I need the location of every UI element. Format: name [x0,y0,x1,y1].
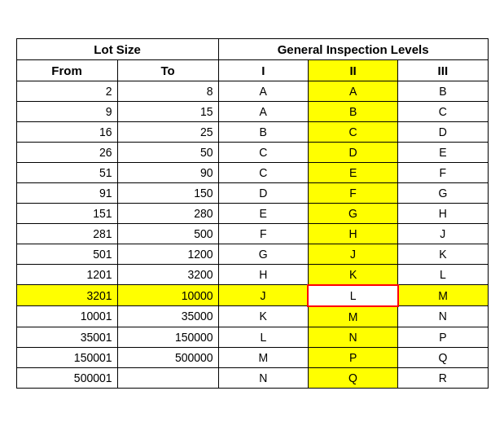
cell-from: 35001 [16,327,117,347]
cell-level-ii: E [308,162,397,182]
cell-level-iii: L [398,264,488,285]
cell-level-i: C [218,142,308,162]
cell-level-i: A [218,101,308,121]
table-row: 500001NQR [16,367,488,388]
cell-level-ii: F [308,182,397,203]
cell-to [117,367,218,388]
cell-from: 501 [16,244,117,264]
cell-from: 10001 [16,306,117,327]
cell-to: 90 [117,162,218,182]
cell-level-ii: A [308,81,397,101]
table-row: 28AAB [16,81,488,101]
table-row: 2650CDE [16,142,488,162]
cell-level-ii: D [308,142,397,162]
cell-to: 280 [117,203,218,223]
cell-level-i: E [218,203,308,223]
cell-to: 8 [117,81,218,101]
cell-from: 500001 [16,367,117,388]
cell-to: 25 [117,121,218,142]
cell-to: 10000 [117,285,218,306]
table-row: 1000135000KMN [16,306,488,327]
cell-to: 500000 [117,347,218,367]
cell-level-i: H [218,264,308,285]
cell-level-iii: E [398,142,488,162]
cell-level-iii: G [398,182,488,203]
cell-to: 150 [117,182,218,203]
table-row: 1625BCD [16,121,488,142]
cell-level-iii: N [398,306,488,327]
cell-to: 3200 [117,264,218,285]
cell-level-i: L [218,327,308,347]
cell-level-iii: C [398,101,488,121]
cell-from: 91 [16,182,117,203]
col-header-from: From [16,59,117,81]
table-row: 12013200HKL [16,264,488,285]
cell-to: 35000 [117,306,218,327]
cell-level-i: C [218,162,308,182]
cell-level-i: A [218,81,308,101]
cell-level-ii: K [308,264,397,285]
table-row: 5190CEF [16,162,488,182]
main-container: Lot Size General Inspection Levels From … [16,38,489,389]
table-row: 35001150000LNP [16,327,488,347]
cell-level-ii: J [308,244,397,264]
table-row: 5011200GJK [16,244,488,264]
cell-level-i: K [218,306,308,327]
cell-level-ii: B [308,101,397,121]
cell-level-iii: B [398,81,488,101]
cell-level-ii: C [308,121,397,142]
cell-level-iii: H [398,203,488,223]
cell-level-iii: P [398,327,488,347]
cell-from: 2 [16,81,117,101]
cell-level-i: J [218,285,308,306]
cell-level-iii: M [398,285,488,306]
cell-level-iii: K [398,244,488,264]
cell-from: 51 [16,162,117,182]
cell-level-ii: P [308,347,397,367]
table-row: 915ABC [16,101,488,121]
cell-from: 3201 [16,285,117,306]
cell-level-i: G [218,244,308,264]
inspection-table: Lot Size General Inspection Levels From … [16,38,489,389]
cell-level-ii: L [308,285,397,306]
cell-level-iii: F [398,162,488,182]
cell-level-i: M [218,347,308,367]
cell-from: 26 [16,142,117,162]
cell-level-ii: N [308,327,397,347]
cell-from: 151 [16,203,117,223]
col-header-ii: II [308,59,397,81]
cell-to: 50 [117,142,218,162]
cell-from: 1201 [16,264,117,285]
table-row: 281500FHJ [16,223,488,244]
cell-level-iii: D [398,121,488,142]
header-inspection: General Inspection Levels [218,38,488,59]
cell-from: 16 [16,121,117,142]
cell-level-ii: M [308,306,397,327]
col-header-i: I [218,59,308,81]
header-lot-size: Lot Size [16,38,218,59]
cell-level-i: F [218,223,308,244]
col-header-to: To [117,59,218,81]
col-header-iii: III [398,59,488,81]
cell-level-i: D [218,182,308,203]
cell-level-i: B [218,121,308,142]
table-row: 91150DFG [16,182,488,203]
cell-level-ii: G [308,203,397,223]
cell-level-iii: J [398,223,488,244]
cell-level-ii: H [308,223,397,244]
cell-from: 281 [16,223,117,244]
cell-to: 1200 [117,244,218,264]
cell-to: 500 [117,223,218,244]
table-row: 320110000JLM [16,285,488,306]
cell-from: 150001 [16,347,117,367]
cell-to: 15 [117,101,218,121]
table-row: 150001500000MPQ [16,347,488,367]
cell-level-iii: Q [398,347,488,367]
cell-level-i: N [218,367,308,388]
table-row: 151280EGH [16,203,488,223]
cell-from: 9 [16,101,117,121]
cell-to: 150000 [117,327,218,347]
cell-level-iii: R [398,367,488,388]
cell-level-ii: Q [308,367,397,388]
